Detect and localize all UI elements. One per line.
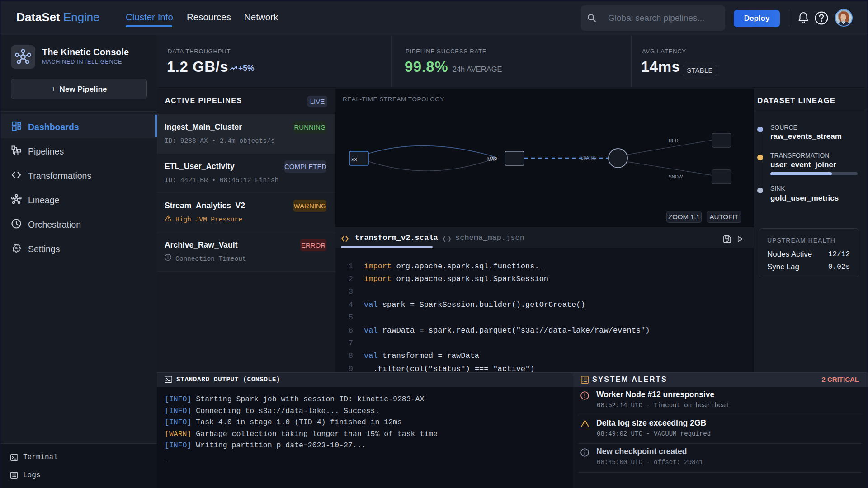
- svg-text:RED: RED: [669, 138, 678, 143]
- svg-text:SNOW: SNOW: [669, 174, 683, 179]
- svg-text:SPARK: SPARK: [580, 155, 595, 160]
- svg-text:MAP: MAP: [487, 157, 497, 162]
- svg-text:S3: S3: [351, 157, 357, 162]
